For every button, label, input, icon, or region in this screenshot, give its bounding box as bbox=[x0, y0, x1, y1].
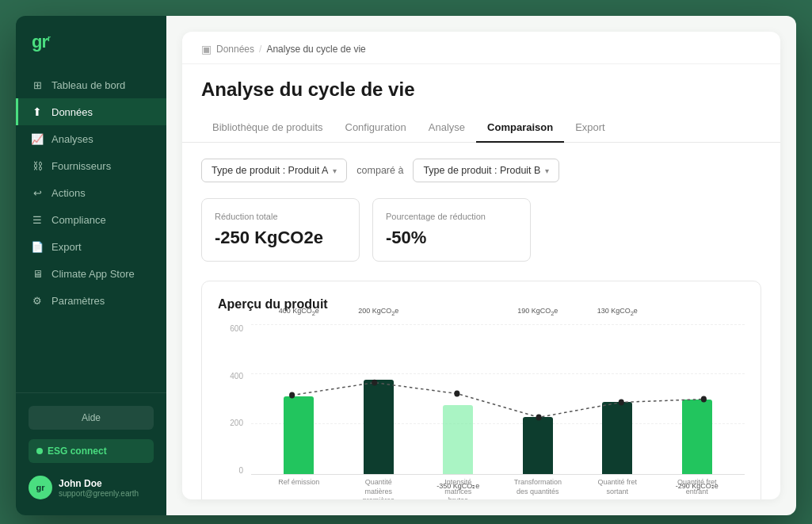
breadcrumb-current: Analyse du cycle de vie bbox=[266, 44, 365, 55]
y-label-400: 400 bbox=[230, 372, 243, 381]
bar-rect-ref-emission bbox=[284, 396, 314, 474]
breadcrumb-separator: / bbox=[259, 44, 261, 55]
sidebar-item-label: Actions bbox=[51, 187, 86, 199]
x-label-5: Quantité fret entrant bbox=[673, 478, 721, 496]
x-label-1: Quantité matières premières bbox=[355, 478, 402, 499]
bar-intensite: -350 KgCO₂e bbox=[443, 324, 473, 474]
tab-configuration[interactable]: Configuration bbox=[334, 113, 417, 143]
sidebar-item-label: Export bbox=[51, 241, 82, 253]
x-label-3: Transformation des quantités bbox=[514, 478, 562, 496]
breadcrumb: ▣ Données / Analyse du cycle de vie bbox=[182, 32, 780, 64]
fournisseurs-icon: ⛓ bbox=[31, 159, 44, 172]
user-section: gr John Doe support@greenly.earth bbox=[29, 472, 154, 503]
bar-fret-entrant: -290 KgCO₂e bbox=[682, 324, 712, 474]
bar-fret-sortant: 130 KgCO2e bbox=[602, 324, 632, 474]
bar-label-fret-sortant: 130 KgCO2e bbox=[597, 307, 638, 317]
page-title: Analyse du cycle de vie bbox=[201, 78, 761, 101]
avatar: gr bbox=[29, 476, 52, 499]
tab-export[interactable]: Export bbox=[564, 113, 616, 143]
y-label-200: 200 bbox=[230, 419, 243, 427]
product-b-label: Type de produit : Produit B bbox=[423, 165, 540, 176]
y-label-600: 600 bbox=[230, 324, 243, 333]
sidebar-item-compliance[interactable]: ☰ Compliance bbox=[16, 206, 166, 233]
analyses-icon: 📈 bbox=[31, 132, 44, 145]
product-b-select[interactable]: Type de produit : Produit B ▾ bbox=[413, 159, 559, 182]
bar-quantite-matieres: 200 KgCO2e bbox=[364, 324, 394, 474]
sidebar-item-tableau[interactable]: ⊞ Tableau de bord bbox=[16, 71, 166, 98]
metric-value-0: -250 KgCO2e bbox=[215, 228, 346, 248]
bar-label-quantite: 200 KgCO2e bbox=[358, 307, 398, 317]
sidebar-item-donnees[interactable]: ⬆ Données bbox=[16, 98, 166, 125]
chart-plot: 400 KgCO2e 200 KgCO2e bbox=[251, 324, 745, 475]
page-header: Analyse du cycle de vie bbox=[182, 64, 780, 113]
bar-rect-quantite bbox=[364, 380, 394, 474]
tab-comparaison[interactable]: Comparaison bbox=[476, 113, 564, 143]
bar-rect-fret-sortant bbox=[602, 402, 632, 474]
export-icon: 📄 bbox=[31, 240, 44, 253]
main-content: ▣ Données / Analyse du cycle de vie Anal… bbox=[166, 16, 796, 515]
metric-label-0: Réduction totale bbox=[215, 212, 346, 221]
tabs-bar: Bibliothèque de produits Configuration A… bbox=[182, 113, 780, 143]
content-area: Type de produit : Produit A ▾ comparé à … bbox=[182, 143, 780, 499]
y-axis: 600 400 200 0 bbox=[218, 324, 248, 475]
bars-container: 400 KgCO2e 200 KgCO2e bbox=[251, 324, 745, 474]
sidebar-item-label: Fournisseurs bbox=[51, 160, 111, 172]
sidebar-nav: ⊞ Tableau de bord ⬆ Données 📈 Analyses ⛓… bbox=[16, 65, 166, 392]
metric-value-1: -50% bbox=[386, 228, 517, 248]
user-email: support@greenly.earth bbox=[59, 489, 154, 498]
sidebar-item-label: Paramètres bbox=[51, 295, 105, 307]
tab-bibliotheque[interactable]: Bibliothèque de produits bbox=[201, 113, 334, 143]
product-a-select[interactable]: Type de produit : Produit A ▾ bbox=[201, 159, 347, 182]
compare-text: comparé à bbox=[356, 165, 403, 176]
chart-section: Aperçu du produit 600 400 200 0 bbox=[201, 281, 761, 499]
sidebar-item-label: Tableau de bord bbox=[51, 79, 125, 91]
sidebar-item-label: Analyses bbox=[51, 133, 93, 145]
chart-wrapper: 600 400 200 0 bbox=[218, 324, 745, 499]
sidebar-item-label: Compliance bbox=[51, 214, 106, 226]
bar-label-transformation: 190 KgCO2e bbox=[517, 307, 558, 317]
sidebar-item-analyses[interactable]: 📈 Analyses bbox=[16, 125, 166, 152]
user-info: John Doe support@greenly.earth bbox=[59, 478, 154, 498]
sidebar-bottom: Aide ESG connect gr John Doe support@gre… bbox=[16, 392, 166, 515]
sidebar-item-export[interactable]: 📄 Export bbox=[16, 233, 166, 260]
bar-transformation: 190 KgCO2e bbox=[523, 324, 553, 474]
bar-label-ref-emission: 400 KgCO2e bbox=[279, 307, 319, 317]
main-card: ▣ Données / Analyse du cycle de vie Anal… bbox=[182, 32, 780, 499]
breadcrumb-icon: ▣ bbox=[201, 43, 212, 55]
metric-card-reduction-totale: Réduction totale -250 KgCO2e bbox=[201, 198, 360, 262]
sidebar-item-label: Climate App Store bbox=[51, 268, 135, 280]
sidebar-item-label: Données bbox=[51, 106, 93, 118]
help-button[interactable]: Aide bbox=[29, 406, 154, 430]
x-label-2: Intensité matrices brutes bbox=[434, 478, 482, 499]
filters-row: Type de produit : Produit A ▾ comparé à … bbox=[201, 159, 761, 182]
esg-label: ESG connect bbox=[48, 446, 107, 457]
bar-rect-transformation bbox=[523, 417, 553, 474]
x-axis: Ref émission Quantité matières premières… bbox=[251, 475, 745, 499]
logo-dot: r bbox=[48, 34, 50, 43]
y-label-0: 0 bbox=[238, 466, 243, 475]
x-label-0: Ref émission bbox=[275, 478, 322, 488]
app-container: grr ⊞ Tableau de bord ⬆ Données 📈 Analys… bbox=[16, 16, 796, 515]
sidebar: grr ⊞ Tableau de bord ⬆ Données 📈 Analys… bbox=[16, 16, 166, 515]
app-logo: grr bbox=[16, 16, 166, 65]
dashboard-icon: ⊞ bbox=[31, 78, 44, 91]
climate-icon: 🖥 bbox=[31, 267, 44, 280]
sidebar-item-fournisseurs[interactable]: ⛓ Fournisseurs bbox=[16, 152, 166, 179]
sidebar-item-parametres[interactable]: ⚙ Paramètres bbox=[16, 287, 166, 314]
metric-label-1: Pourcentage de réduction bbox=[386, 212, 517, 221]
settings-icon: ⚙ bbox=[31, 294, 44, 307]
bar-rect-fret-entrant bbox=[682, 400, 712, 475]
data-icon: ⬆ bbox=[31, 105, 44, 118]
compliance-icon: ☰ bbox=[31, 213, 44, 226]
bar-rect-intensite bbox=[443, 405, 473, 474]
metric-card-pourcentage: Pourcentage de réduction -50% bbox=[372, 198, 531, 262]
user-name: John Doe bbox=[59, 478, 154, 489]
breadcrumb-root[interactable]: Données bbox=[216, 44, 254, 55]
sidebar-item-actions[interactable]: ↩ Actions bbox=[16, 179, 166, 206]
x-label-4: Quantité fret sortant bbox=[593, 478, 641, 496]
esg-connect-button[interactable]: ESG connect bbox=[29, 439, 154, 463]
product-a-label: Type de produit : Produit A bbox=[212, 165, 328, 176]
tab-analyse[interactable]: Analyse bbox=[417, 113, 476, 143]
sidebar-item-climate[interactable]: 🖥 Climate App Store bbox=[16, 260, 166, 287]
actions-icon: ↩ bbox=[31, 186, 44, 199]
